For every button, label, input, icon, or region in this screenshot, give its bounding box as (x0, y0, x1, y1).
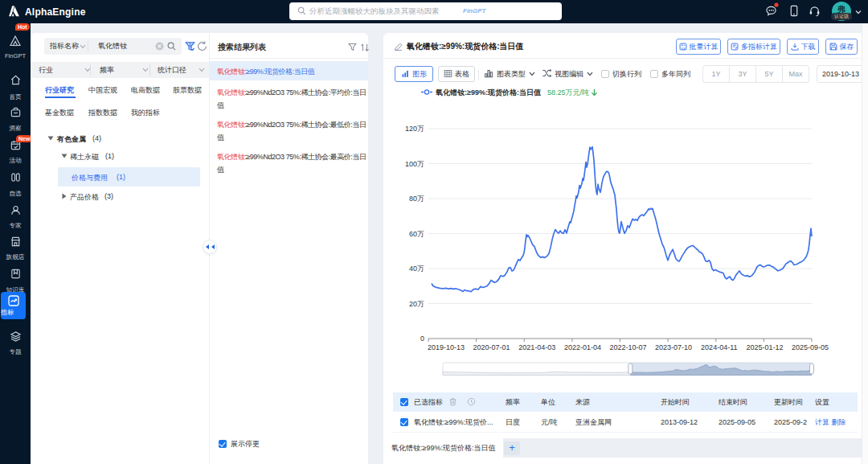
svg-text:80万: 80万 (409, 195, 424, 203)
svg-text:2019-10-13: 2019-10-13 (428, 343, 465, 351)
svg-text:100万: 100万 (405, 160, 424, 168)
svg-text:20万: 20万 (409, 300, 424, 308)
svg-text:120万: 120万 (405, 125, 424, 133)
svg-text:2022-10-07: 2022-10-07 (609, 343, 646, 351)
svg-text:2024-04-11: 2024-04-11 (701, 343, 737, 351)
svg-text:60万: 60万 (409, 230, 424, 238)
svg-text:2021-04-03: 2021-04-03 (518, 343, 555, 351)
svg-text:2025-01-12: 2025-01-12 (746, 343, 783, 351)
svg-text:2023-07-10: 2023-07-10 (655, 343, 692, 351)
svg-text:40万: 40万 (409, 265, 424, 273)
svg-text:0: 0 (420, 335, 424, 343)
svg-text:2025-09-05: 2025-09-05 (792, 343, 829, 351)
svg-text:2020-07-01: 2020-07-01 (473, 343, 510, 351)
svg-text:2022-01-04: 2022-01-04 (564, 343, 601, 351)
